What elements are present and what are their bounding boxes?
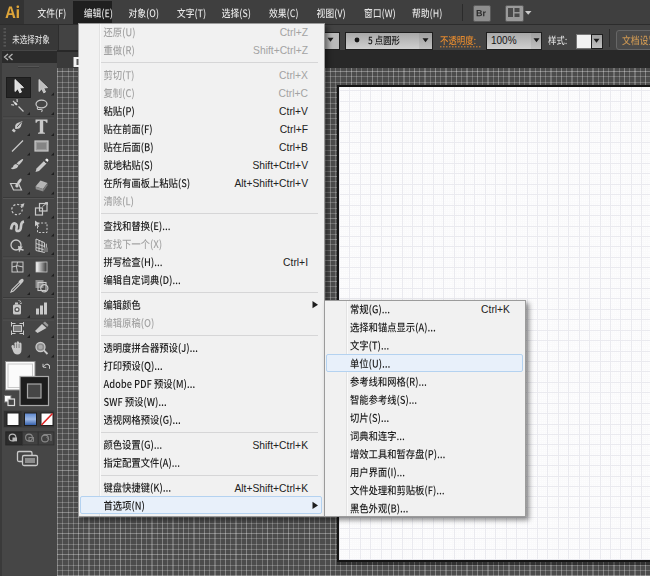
svg-text:Shift+Ctrl+Z: Shift+Ctrl+Z — [253, 45, 308, 56]
svg-text:Ctrl+C: Ctrl+C — [279, 88, 309, 99]
svg-text:Alt+Shift+Ctrl+V: Alt+Shift+Ctrl+V — [234, 178, 308, 189]
svg-text:Ctrl+V: Ctrl+V — [279, 106, 308, 117]
svg-text:Ctrl+F: Ctrl+F — [280, 124, 308, 135]
svg-text:100%: 100% — [491, 35, 517, 46]
svg-text:Ctrl+Z: Ctrl+Z — [280, 27, 308, 38]
svg-text:Shift+Ctrl+V: Shift+Ctrl+V — [252, 160, 308, 171]
svg-text:Ctrl+X: Ctrl+X — [279, 70, 308, 81]
svg-text:Alt+Shift+Ctrl+K: Alt+Shift+Ctrl+K — [234, 483, 308, 494]
svg-text:Ctrl+B: Ctrl+B — [279, 142, 308, 153]
svg-text:Shift+Ctrl+K: Shift+Ctrl+K — [252, 440, 308, 451]
svg-text:Ctrl+K: Ctrl+K — [481, 304, 510, 315]
svg-text:Ctrl+I: Ctrl+I — [283, 257, 308, 268]
